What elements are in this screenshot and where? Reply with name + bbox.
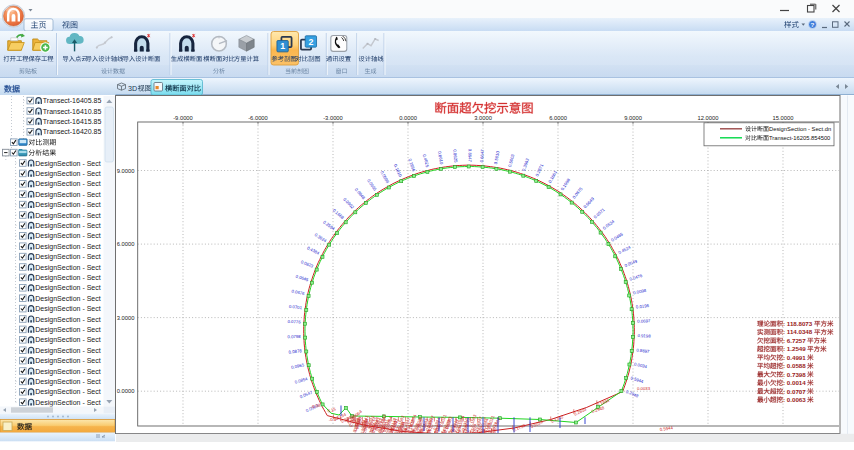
svg-text:3.0000: 3.0000 [117, 315, 135, 321]
svg-text:DesignSection - Sect: DesignSection - Sect [35, 232, 100, 240]
svg-text:: 1.2549: : 1.2549 [783, 345, 806, 352]
svg-text:Transect-16420.85: Transect-16420.85 [43, 128, 102, 135]
svg-text:DesignSection - Sect: DesignSection - Sect [35, 264, 100, 272]
svg-text:DesignSection - Sect: DesignSection - Sect [35, 368, 100, 376]
svg-text:DesignSection - Sect: DesignSection - Sect [35, 347, 100, 355]
svg-text:DesignSection - Sect: DesignSection - Sect [35, 399, 100, 407]
svg-text:1: 1 [280, 41, 285, 51]
svg-text:: 0.0588: : 0.0588 [783, 362, 806, 369]
svg-text:0.0000: 0.0000 [399, 115, 417, 121]
svg-text:: 0.0707: : 0.0707 [783, 388, 806, 395]
svg-text:DesignSection - Sect: DesignSection - Sect [35, 253, 100, 261]
svg-text:DesignSection - Sect: DesignSection - Sect [35, 336, 100, 344]
svg-text:2: 2 [308, 37, 313, 47]
svg-text:DesignSection - Sect.dn: DesignSection - Sect.dn [769, 126, 831, 132]
svg-text:: 0.7398: : 0.7398 [783, 371, 806, 378]
svg-text:DesignSection - Sect: DesignSection - Sect [35, 160, 100, 168]
svg-text:12.0000: 12.0000 [698, 115, 719, 121]
svg-text:Transect-16205.854500: Transect-16205.854500 [769, 135, 830, 141]
svg-text:6.0000: 6.0000 [117, 241, 135, 247]
svg-text:DesignSection - Sect: DesignSection - Sect [35, 295, 100, 303]
svg-text:DesignSection - Sect: DesignSection - Sect [35, 180, 100, 188]
svg-text:DesignSection - Sect: DesignSection - Sect [35, 316, 100, 324]
svg-text:-3.0000: -3.0000 [323, 115, 343, 121]
svg-text:: 0.4991: : 0.4991 [783, 354, 806, 361]
svg-text:: 118.8073: : 118.8073 [783, 320, 813, 327]
svg-text:Transect-16415.85: Transect-16415.85 [43, 118, 102, 125]
svg-text:DesignSection - Sect: DesignSection - Sect [35, 305, 100, 313]
svg-text:9.0000: 9.0000 [624, 115, 642, 121]
svg-text:: 114.0348: : 114.0348 [783, 328, 813, 335]
svg-text:DesignSection - Sect: DesignSection - Sect [35, 222, 100, 230]
svg-text:DesignSection - Sect: DesignSection - Sect [35, 274, 100, 282]
svg-text:DesignSection - Sect: DesignSection - Sect [35, 243, 100, 251]
svg-text:0.0798: 0.0798 [287, 334, 301, 340]
svg-text:DesignSection - Sect: DesignSection - Sect [35, 284, 100, 292]
svg-text:DesignSection - Sect: DesignSection - Sect [35, 357, 100, 365]
svg-text:: 6.7257: : 6.7257 [783, 337, 806, 344]
svg-text:DesignSection - Sect: DesignSection - Sect [35, 201, 100, 209]
svg-text:DesignSection - Sect: DesignSection - Sect [35, 388, 100, 396]
svg-text:DesignSection - Sect: DesignSection - Sect [35, 212, 100, 220]
svg-text:6.0000: 6.0000 [549, 115, 567, 121]
svg-text:DesignSection - Sect: DesignSection - Sect [35, 170, 100, 178]
svg-text:: 0.0014: : 0.0014 [783, 379, 806, 386]
svg-text:0.9198: 0.9198 [637, 333, 651, 339]
svg-text:0.0000: 0.0000 [117, 388, 135, 394]
svg-text:: 0.0063: : 0.0063 [783, 396, 806, 403]
svg-text:Transect-16410.85: Transect-16410.85 [43, 108, 102, 115]
svg-text:DesignSection - Sect: DesignSection - Sect [35, 378, 100, 386]
svg-text:3.0000: 3.0000 [474, 115, 492, 121]
svg-text:0.0776: 0.0776 [287, 319, 301, 325]
svg-text:-9.0000: -9.0000 [173, 115, 193, 121]
svg-text:0.8647: 0.8647 [468, 149, 473, 163]
svg-text:3D: 3D [128, 84, 137, 93]
svg-text:DesignSection - Sect: DesignSection - Sect [35, 326, 100, 334]
svg-text:15.0000: 15.0000 [773, 115, 794, 121]
svg-text:9.0000: 9.0000 [117, 168, 135, 174]
svg-text:?: ? [811, 21, 815, 28]
svg-text:DesignSection - Sect: DesignSection - Sect [35, 191, 100, 199]
svg-text:0.0697: 0.0697 [637, 318, 651, 324]
svg-text:Transect-16405.85: Transect-16405.85 [43, 97, 102, 104]
svg-text:0.0033: 0.0033 [637, 386, 651, 391]
svg-text:-6.0000: -6.0000 [248, 115, 268, 121]
